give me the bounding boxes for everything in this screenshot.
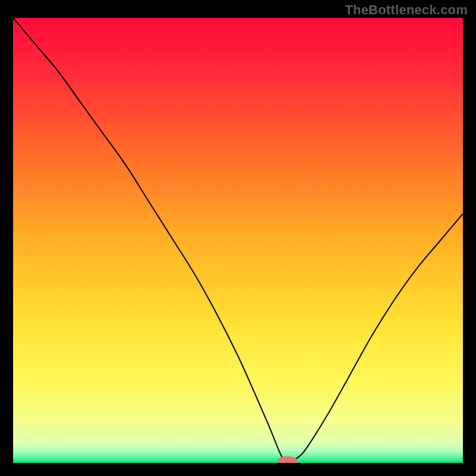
chart-frame: TheBottleneck.com	[0, 0, 476, 476]
chart-background-gradient	[13, 18, 463, 463]
watermark-text: TheBottleneck.com	[345, 2, 468, 18]
chart-plot-area	[13, 18, 463, 463]
chart-svg	[13, 18, 463, 463]
